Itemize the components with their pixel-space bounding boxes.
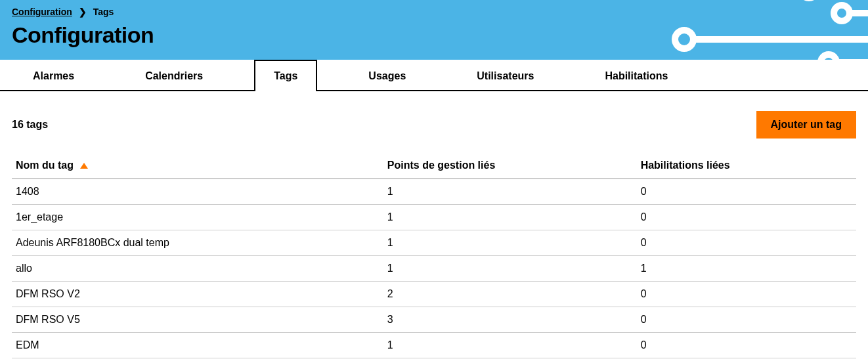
results-count: 16 tags [12,119,48,131]
add-tag-button[interactable]: Ajouter un tag [756,111,856,139]
cell-tag-name: DFM RSO V2 [12,282,383,307]
column-header-points[interactable]: Points de gestion liés [383,153,637,179]
cell-points: 2 [383,282,637,307]
cell-habilitations: 0 [637,205,856,230]
cell-tag-name: DFM RSO V5 [12,307,383,333]
breadcrumb-root-link[interactable]: Configuration [12,7,72,17]
table-row[interactable]: DFM RSO V530 [12,307,856,333]
tab-alarmes[interactable]: Alarmes [13,60,94,91]
column-header-name[interactable]: Nom du tag [12,153,383,179]
cell-habilitations: 0 [637,307,856,333]
cell-habilitations: 0 [637,333,856,358]
table-row[interactable]: 140810 [12,179,856,205]
cell-points: 1 [383,179,637,205]
column-header-name-label: Nom du tag [16,160,74,171]
table-row[interactable]: allo11 [12,256,856,282]
chevron-right-icon: ❯ [79,7,87,17]
cell-points: 1 [383,205,637,230]
cell-tag-name: 1408 [12,179,383,205]
cell-tag-name: 1er_etage [12,205,383,230]
column-header-habilitations[interactable]: Habilitations liées [637,153,856,179]
breadcrumb-current: Tags [93,7,114,17]
header-band: Configuration ❯ Tags Configuration [0,0,868,60]
tab-utilisateurs[interactable]: Utilisateurs [457,60,553,91]
page-title: Configuration [12,22,856,48]
table-row[interactable]: Adeunis ARF8180BCx dual temp10 [12,230,856,256]
cell-tag-name: allo [12,256,383,282]
cell-habilitations: 0 [637,179,856,205]
cell-points: 1 [383,256,637,282]
tabs-row: AlarmesCalendriersTagsUsagesUtilisateurs… [0,60,868,91]
sort-ascending-icon [80,163,88,169]
cell-habilitations: 1 [637,256,856,282]
cell-habilitations: 0 [637,230,856,256]
cell-tag-name: Adeunis ARF8180BCx dual temp [12,230,383,256]
tab-habilitations[interactable]: Habilitations [585,60,687,91]
cell-tag-name: EDM [12,333,383,358]
cell-points: 1 [383,230,637,256]
cell-points: 3 [383,307,637,333]
table-row[interactable]: 1er_etage10 [12,205,856,230]
tab-tags[interactable]: Tags [254,60,317,91]
tab-usages[interactable]: Usages [349,60,425,91]
tab-calendriers[interactable]: Calendriers [125,60,223,91]
table-row[interactable]: EDM10 [12,333,856,358]
svg-point-7 [821,54,836,60]
breadcrumb: Configuration ❯ Tags [12,7,856,17]
cell-points: 1 [383,333,637,358]
tags-table: Nom du tag Points de gestion liés Habili… [12,153,856,358]
cell-habilitations: 0 [637,282,856,307]
content-top-bar: 16 tags Ajouter un tag [12,111,856,139]
content-area: 16 tags Ajouter un tag Nom du tag Points… [0,91,868,358]
table-row[interactable]: DFM RSO V220 [12,282,856,307]
